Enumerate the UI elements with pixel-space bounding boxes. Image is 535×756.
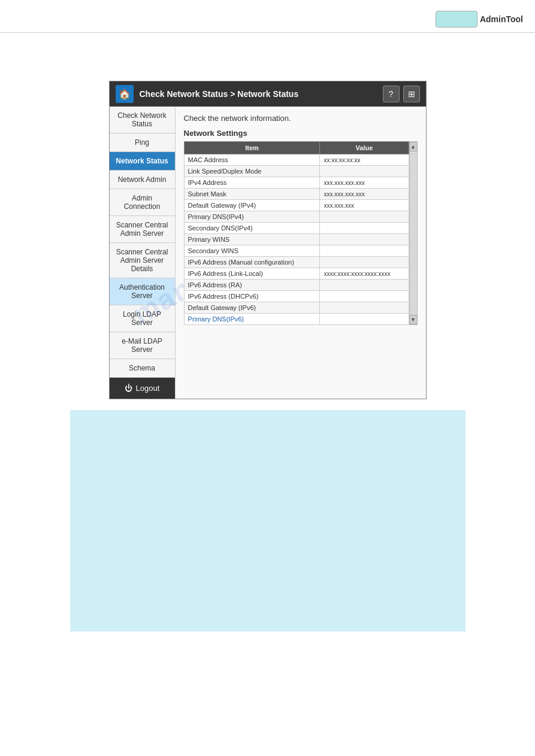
network-table: Item Value MAC Addressxx:xx:xx:xx:xxLink… (184, 141, 409, 325)
table-cell-item: IPv6 Address (Link-Local) (184, 268, 320, 280)
table-cell-value: xx:xx:xx:xx:xx (320, 154, 409, 166)
table-row: IPv6 Address (Link-Local)xxxx:xxxx:xxxx:… (184, 268, 409, 280)
sidebar-item-admin-connection[interactable]: Admin Connection (110, 189, 175, 216)
table-cell-value (320, 291, 409, 302)
table-cell-item: IPv6 Address (Manual configuration) (184, 257, 320, 268)
table-cell-item: Secondary WINS (184, 245, 320, 257)
table-row: MAC Addressxx:xx:xx:xx:xx (184, 154, 409, 166)
table-cell-value: xxx.xxx.xxx.xxx (320, 189, 409, 200)
table-row: Default Gateway (IPv4)xxx.xxx.xxx (184, 200, 409, 211)
network-settings-title: Network Settings (184, 129, 418, 138)
main-content: Check the network information. Network S… (176, 107, 426, 399)
sidebar-item-check-network-status[interactable]: Check Network Status (110, 107, 175, 133)
admintool-badge: AdminTool (436, 11, 523, 28)
sidebar-item-authentication-server[interactable]: Authentication Server (110, 278, 175, 305)
sidebar-item-scanner-central-admin-server-details[interactable]: Scanner Central Admin Server Details (110, 243, 175, 278)
logout-button[interactable]: ⏻ Logout (110, 378, 175, 399)
scrollbar-track (410, 151, 417, 315)
table-cell-item: IPv4 Address (184, 177, 320, 189)
table-cell-value: xxxx:xxxx:xxxx:xxxx:xxxx (320, 268, 409, 280)
sidebar-item-scanner-central-admin-server[interactable]: Scanner Central Admin Server (110, 216, 175, 243)
table-row: Secondary WINS (184, 245, 409, 257)
sidebar-item-login-ldap-server[interactable]: Login LDAP Server (110, 305, 175, 332)
table-cell-value (320, 314, 409, 325)
ui-header-right: ? ⊞ (383, 86, 420, 102)
check-info-text: Check the network information. (184, 114, 418, 123)
table-cell-item: Primary DNS(IPv4) (184, 211, 320, 223)
col-header-value: Value (320, 142, 409, 154)
table-row: IPv6 Address (Manual configuration) (184, 257, 409, 268)
table-cell-item: Default Gateway (IPv6) (184, 302, 320, 314)
table-row: IPv6 Address (RA) (184, 280, 409, 291)
home-icon[interactable]: 🏠 (116, 85, 134, 103)
table-cell-value: xxx.xxx.xxx (320, 200, 409, 211)
grid-button[interactable]: ⊞ (403, 86, 420, 102)
logout-icon: ⏻ (125, 384, 132, 393)
table-cell-item: IPv6 Address (DHCPv6) (184, 291, 320, 302)
breadcrumb: Check Network Status > Network Status (140, 89, 299, 99)
sidebar-item-ping[interactable]: Ping (110, 133, 175, 152)
table-cell-value (320, 211, 409, 223)
table-row: Primary DNS(IPv6) (184, 314, 409, 325)
table-row: Subnet Maskxxx.xxx.xxx.xxx (184, 189, 409, 200)
table-cell-value (320, 280, 409, 291)
table-cell-item: Subnet Mask (184, 189, 320, 200)
table-cell-value (320, 302, 409, 314)
table-container: Item Value MAC Addressxx:xx:xx:xx:xxLink… (184, 141, 409, 325)
ui-panel: manualmachine.com 🏠 Check Network Status… (109, 81, 427, 399)
table-cell-value (320, 245, 409, 257)
table-row: IPv6 Address (DHCPv6) (184, 291, 409, 302)
ui-header: 🏠 Check Network Status > Network Status … (110, 81, 426, 107)
col-header-item: Item (184, 142, 320, 154)
scroll-down-button[interactable]: ▼ (409, 315, 418, 324)
top-bar: AdminTool (0, 0, 535, 33)
table-cell-value (320, 257, 409, 268)
table-row: Default Gateway (IPv6) (184, 302, 409, 314)
admintool-label: AdminTool (480, 14, 523, 24)
sidebar-item-network-admin[interactable]: Network Admin (110, 171, 175, 189)
sidebar-item-email-ldap-server[interactable]: e-Mail LDAP Server (110, 332, 175, 359)
table-cell-item: IPv6 Address (RA) (184, 280, 320, 291)
table-row: Secondary DNS(IPv4) (184, 223, 409, 234)
table-cell-item: Link Speed/Duplex Mode (184, 166, 320, 177)
table-row: Primary DNS(IPv4) (184, 211, 409, 223)
table-cell-value: xxx.xxx.xxx.xxx (320, 177, 409, 189)
table-row: Primary WINS (184, 234, 409, 245)
table-row: IPv4 Addressxxx.xxx.xxx.xxx (184, 177, 409, 189)
table-cell-value (320, 166, 409, 177)
help-button[interactable]: ? (383, 86, 400, 102)
ui-body: Check Network Status Ping Network Status… (110, 107, 426, 399)
table-cell-item: Secondary DNS(IPv4) (184, 223, 320, 234)
scrollbar[interactable]: ▲ ▼ (409, 141, 418, 325)
sidebar: Check Network Status Ping Network Status… (110, 107, 176, 399)
table-wrapper: Item Value MAC Addressxx:xx:xx:xx:xxLink… (184, 141, 418, 325)
admintool-color-box (436, 11, 477, 28)
table-cell-value (320, 234, 409, 245)
scroll-up-button[interactable]: ▲ (409, 142, 418, 151)
blue-content-block (70, 410, 466, 631)
table-cell-item: Default Gateway (IPv4) (184, 200, 320, 211)
table-cell-item: MAC Address (184, 154, 320, 166)
sidebar-item-schema[interactable]: Schema (110, 359, 175, 378)
table-row: Link Speed/Duplex Mode (184, 166, 409, 177)
table-cell-value (320, 223, 409, 234)
ui-header-left: 🏠 Check Network Status > Network Status (116, 85, 299, 103)
table-cell-item: Primary WINS (184, 234, 320, 245)
sidebar-item-network-status[interactable]: Network Status (110, 152, 175, 171)
table-cell-item: Primary DNS(IPv6) (184, 314, 320, 325)
